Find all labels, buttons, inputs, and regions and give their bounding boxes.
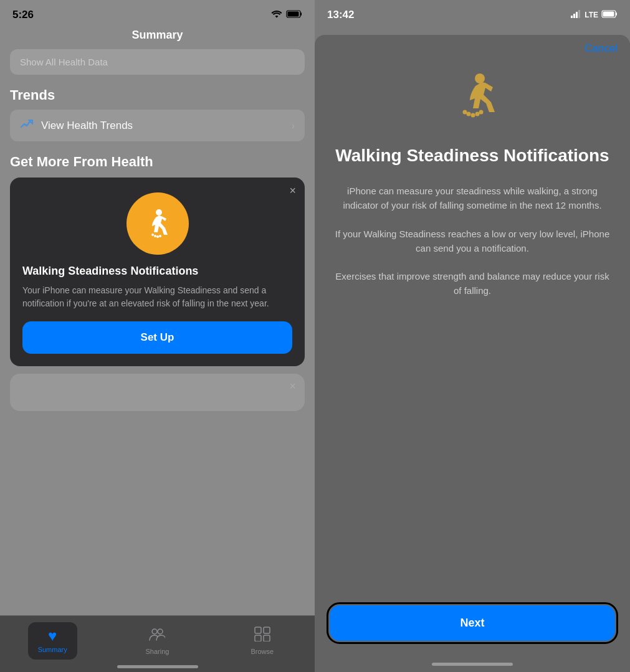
tab-sharing[interactable]: Sharing: [132, 627, 182, 655]
show-health-text: Show All Health Data: [20, 57, 108, 67]
svg-rect-1: [300, 12, 302, 16]
trends-section-label: Trends: [0, 87, 315, 110]
svg-point-3: [156, 209, 162, 215]
left-phone: 5:26 Summary Show All Health Data: [0, 0, 315, 672]
home-indicator-left: [117, 665, 198, 668]
svg-point-22: [463, 110, 467, 115]
second-card-preview: ×: [10, 374, 305, 411]
svg-point-6: [156, 235, 159, 238]
modal-para-1: iPhone can measure your steadiness while…: [335, 184, 610, 213]
left-status-icons: [271, 10, 302, 20]
view-health-trends-row[interactable]: View Health Trends ›: [10, 110, 305, 141]
walking-figure-icon: [141, 207, 174, 240]
next-button-wrap: Next: [330, 605, 615, 641]
trends-row-left: View Health Trends: [20, 118, 133, 133]
svg-point-7: [159, 235, 161, 237]
battery-icon-right: [601, 10, 618, 20]
lte-text: LTE: [585, 11, 598, 19]
svg-point-24: [471, 113, 475, 118]
orange-circle: [126, 192, 189, 255]
cancel-button[interactable]: Cancel: [585, 42, 618, 55]
modal-para-2: If your Walking Steadiness reaches a low…: [335, 227, 610, 256]
svg-point-4: [151, 234, 154, 236]
left-nav-title: Summary: [0, 26, 315, 49]
svg-point-25: [475, 112, 480, 116]
left-status-bar: 5:26: [0, 0, 315, 26]
second-card-close-button[interactable]: ×: [289, 380, 296, 393]
tab-browse[interactable]: Browse: [237, 627, 287, 655]
wifi-icon: [271, 10, 282, 20]
card-body: Your iPhone can measure your Walking Ste…: [22, 284, 292, 310]
setup-button[interactable]: Set Up: [22, 321, 292, 354]
right-status-icons: LTE: [570, 10, 618, 20]
svg-rect-11: [264, 627, 270, 633]
svg-rect-20: [603, 12, 614, 17]
right-status-bar: 13:42 LTE: [315, 0, 630, 26]
next-button[interactable]: Next: [330, 605, 615, 641]
get-more-label: Get More From Health: [0, 154, 315, 177]
svg-rect-14: [571, 16, 573, 18]
svg-point-9: [158, 629, 163, 634]
card-icon-wrap: [22, 192, 292, 255]
modal-sheet: Cancel Walking Steadiness Notifications …: [315, 35, 630, 672]
tab-summary[interactable]: ♥ Summary: [27, 622, 77, 660]
show-health-bar[interactable]: Show All Health Data: [10, 49, 305, 75]
tab-browse-label: Browse: [251, 648, 274, 655]
svg-point-26: [479, 110, 484, 115]
svg-point-23: [467, 112, 471, 116]
tab-summary-label: Summary: [38, 646, 67, 653]
svg-rect-2: [288, 12, 299, 17]
right-phone: 13:42 LTE Cancel: [315, 0, 630, 672]
modal-para-3: Exercises that improve strength and bala…: [335, 269, 610, 298]
battery-icon-left: [286, 10, 302, 20]
home-indicator-right: [432, 663, 513, 666]
svg-rect-19: [616, 12, 617, 16]
tab-bar: ♥ Summary Sharing: [0, 615, 315, 672]
trends-chevron-icon: ›: [292, 120, 295, 131]
trends-icon: [20, 118, 34, 133]
view-health-trends-text: View Health Trends: [41, 120, 133, 132]
svg-rect-13: [264, 635, 270, 641]
svg-point-8: [152, 629, 157, 634]
browse-icon: [254, 627, 270, 645]
svg-rect-10: [255, 627, 261, 633]
right-time: 13:42: [327, 9, 354, 21]
svg-rect-17: [578, 10, 580, 18]
modal-title: Walking Steadiness Notifications: [335, 144, 609, 166]
tab-sharing-label: Sharing: [146, 648, 169, 655]
svg-rect-12: [255, 635, 261, 641]
modal-walking-icon: [447, 70, 497, 130]
tab-summary-box: ♥ Summary: [28, 622, 77, 660]
signal-icon: [570, 10, 581, 20]
heart-icon: ♥: [48, 627, 57, 645]
left-time: 5:26: [12, 9, 34, 21]
card-close-button[interactable]: ×: [289, 185, 296, 196]
walking-steadiness-card: × Walking Steadiness Notifications Your …: [10, 177, 305, 366]
sharing-icon: [149, 627, 165, 645]
svg-rect-16: [576, 12, 578, 18]
card-title: Walking Steadiness Notifications: [22, 265, 292, 278]
svg-point-5: [154, 235, 156, 237]
svg-point-21: [475, 73, 485, 83]
svg-rect-15: [573, 14, 575, 18]
